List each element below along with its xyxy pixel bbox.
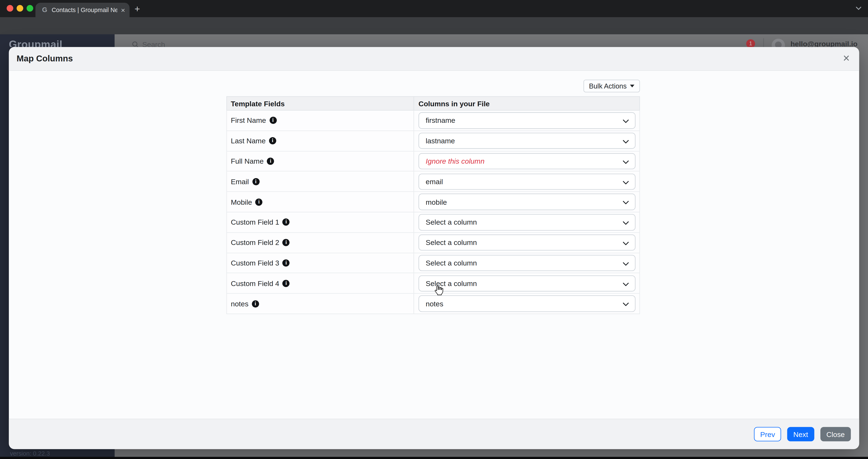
column-select-value: lastname: [426, 137, 455, 145]
chevron-down-icon: [623, 140, 629, 144]
bulk-actions-button[interactable]: Bulk Actions: [583, 79, 640, 92]
column-select-value: email: [426, 177, 443, 186]
modal-close-icon[interactable]: ×: [843, 52, 850, 64]
column-select-value: firstname: [426, 117, 456, 125]
column-select-value: Select a column: [426, 259, 477, 267]
app-search: Search: [132, 40, 165, 47]
info-icon[interactable]: i: [252, 178, 259, 185]
table-row: Full Name i Ignore this column: [226, 152, 640, 172]
info-icon[interactable]: i: [282, 239, 290, 246]
info-icon[interactable]: i: [269, 137, 276, 144]
info-icon[interactable]: i: [267, 158, 274, 165]
template-field-label: Custom Field 4: [231, 279, 279, 288]
template-field-label: notes: [231, 300, 248, 308]
version-text: version: 0.22.3: [10, 450, 50, 457]
search-placeholder: Search: [142, 40, 165, 47]
chevron-down-icon: [623, 303, 629, 306]
bulk-actions-label: Bulk Actions: [589, 82, 627, 90]
info-icon[interactable]: i: [252, 300, 259, 307]
account-email: hello@groupmail.io: [790, 40, 858, 47]
tab-close-icon[interactable]: ×: [121, 6, 125, 14]
template-field-label: Custom Field 2: [231, 238, 279, 247]
column-select-value: Ignore this column: [426, 157, 485, 165]
next-button[interactable]: Next: [787, 427, 814, 441]
info-icon[interactable]: i: [255, 198, 262, 205]
chevron-down-icon: [623, 241, 629, 245]
tab-title: Contacts | Groupmail Nemo: [52, 6, 118, 13]
tab-favicon: G: [42, 6, 47, 14]
notification-badge: 1: [746, 39, 755, 47]
column-select[interactable]: firstname: [418, 112, 636, 129]
screen: G Contacts | Groupmail Nemo × + nemo.gro…: [0, 0, 868, 459]
template-field-label: Custom Field 3: [231, 259, 279, 267]
column-select[interactable]: Select a column: [418, 255, 636, 271]
window-bottom-edge: [0, 457, 868, 459]
column-select[interactable]: lastname: [418, 133, 636, 149]
table-row: First Name i firstname: [226, 110, 640, 131]
info-icon[interactable]: i: [282, 219, 290, 226]
prev-button[interactable]: Prev: [754, 427, 781, 441]
browser-tab-strip: G Contacts | Groupmail Nemo × +: [0, 0, 868, 17]
table-row: notes i notes: [226, 294, 640, 314]
map-columns-modal: Map Columns × Bulk Actions Template Fiel…: [9, 47, 859, 449]
mouse-cursor: [434, 285, 443, 296]
chevron-down-icon: [623, 160, 629, 164]
column-select[interactable]: Select a column: [418, 275, 636, 292]
new-tab-icon[interactable]: +: [134, 4, 140, 15]
modal-body: Bulk Actions Template Fields Columns in …: [9, 71, 859, 419]
chevron-down-icon: [623, 201, 629, 205]
chevron-down-icon: [623, 120, 629, 124]
column-select[interactable]: Select a column: [418, 235, 636, 251]
map-table-body: First Name i firstname Last Name i lastn…: [226, 110, 640, 314]
column-select[interactable]: Select a column: [418, 214, 636, 230]
browser-toolbar: nemo.groupmail.io/contacts?id=6994937011…: [0, 17, 868, 34]
modal-footer: Prev Next Close: [9, 419, 859, 449]
header-template-fields: Template Fields: [227, 97, 413, 110]
column-select-value: Select a column: [426, 218, 477, 226]
app-logo: Groupmail: [9, 39, 63, 47]
template-field-label: Last Name: [231, 137, 266, 145]
search-icon: [132, 41, 139, 47]
table-row: Last Name i lastname: [226, 131, 640, 152]
table-row: Custom Field 3 i Select a column: [226, 253, 640, 273]
template-field-label: First Name: [231, 117, 266, 125]
map-columns-table: Template Fields Columns in your File Fir…: [226, 96, 640, 314]
tab-search-chevron-icon[interactable]: [855, 3, 863, 15]
table-row: Custom Field 2 i Select a column: [226, 233, 640, 253]
info-icon[interactable]: i: [269, 117, 277, 124]
template-field-label: Email: [231, 177, 249, 186]
column-select[interactable]: notes: [418, 296, 636, 312]
chevron-down-icon: [623, 181, 629, 185]
close-button[interactable]: Close: [820, 427, 851, 441]
template-field-label: Mobile: [231, 198, 252, 206]
column-select-value: Select a column: [426, 279, 477, 288]
info-icon[interactable]: i: [282, 280, 290, 287]
chevron-down-icon: [623, 262, 629, 266]
template-field-label: Full Name: [231, 157, 264, 165]
column-select-value: notes: [426, 300, 443, 308]
caret-down-icon: [630, 85, 634, 88]
navbar-divider: [763, 38, 764, 47]
chevron-down-icon: [623, 283, 629, 286]
table-row: Custom Field 4 i Select a column: [226, 273, 640, 294]
window-minimize-button[interactable]: [17, 5, 23, 12]
modal-title: Map Columns: [17, 54, 73, 64]
window-zoom-button[interactable]: [27, 5, 33, 12]
table-row: Custom Field 1 i Select a column: [226, 212, 640, 233]
template-field-label: Custom Field 1: [231, 218, 279, 226]
column-select[interactable]: Ignore this column: [418, 153, 636, 169]
column-select-value: mobile: [426, 198, 447, 206]
table-row: Email i email: [226, 172, 640, 192]
header-columns-in-file: Columns in your File: [413, 97, 639, 110]
column-select-value: Select a column: [426, 238, 477, 247]
column-select[interactable]: mobile: [418, 194, 636, 210]
avatar: [772, 39, 785, 47]
window-close-button[interactable]: [6, 5, 13, 12]
info-icon[interactable]: i: [282, 259, 290, 267]
table-row: Mobile i mobile: [226, 192, 640, 212]
browser-tab[interactable]: G Contacts | Groupmail Nemo ×: [35, 3, 129, 17]
table-header-row: Template Fields Columns in your File: [226, 96, 640, 111]
modal-header: Map Columns ×: [9, 47, 859, 71]
column-select[interactable]: email: [418, 173, 636, 190]
app-navbar-fragment: Groupmail Search 1 hello@groupmail.io: [0, 34, 868, 47]
